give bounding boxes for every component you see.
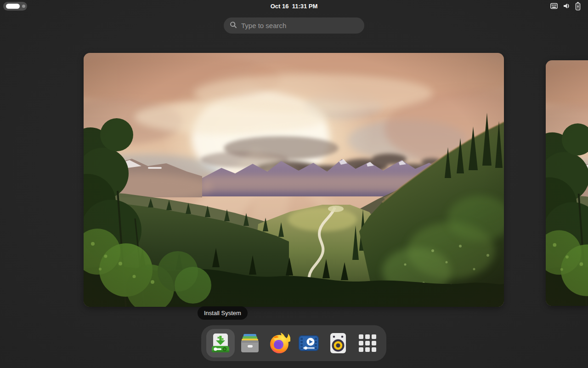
- top-bar: Oct 16 11:31 PM: [0, 0, 588, 12]
- dock-item-app-grid[interactable]: [353, 329, 382, 357]
- speaker-icon: [327, 332, 349, 354]
- search-icon: [230, 21, 237, 30]
- dock-item-audio-player[interactable]: [324, 329, 352, 357]
- search-bar[interactable]: [224, 17, 364, 34]
- firefox-icon: [268, 332, 290, 354]
- system-status-area[interactable]: [548, 0, 583, 12]
- dock-item-files[interactable]: [236, 329, 264, 357]
- clock-button[interactable]: Oct 16 11:31 PM: [0, 0, 588, 12]
- dock-item-videos[interactable]: [294, 329, 323, 357]
- video-player-icon: [298, 332, 320, 354]
- battery-charging-icon: [575, 2, 581, 11]
- dock-item-firefox[interactable]: [265, 329, 294, 357]
- file-cabinet-icon: [239, 332, 261, 354]
- tooltip-label: Install System: [204, 310, 241, 316]
- dock-item-installer[interactable]: [206, 329, 235, 357]
- app-grid-icon: [357, 333, 378, 353]
- volume-icon: [563, 2, 570, 10]
- installer-icon: [209, 332, 232, 354]
- dock-tooltip: Install System: [198, 306, 248, 320]
- dock: [201, 325, 386, 361]
- wallpaper-mountain-valley-sunset: [84, 53, 504, 307]
- workspace-thumbnail-2[interactable]: [546, 60, 588, 306]
- wallpaper-mountain-valley-sunset: [546, 60, 588, 306]
- keyboard-icon: [550, 3, 558, 9]
- search-input[interactable]: [241, 22, 360, 29]
- workspace-thumbnail-1[interactable]: [84, 53, 504, 307]
